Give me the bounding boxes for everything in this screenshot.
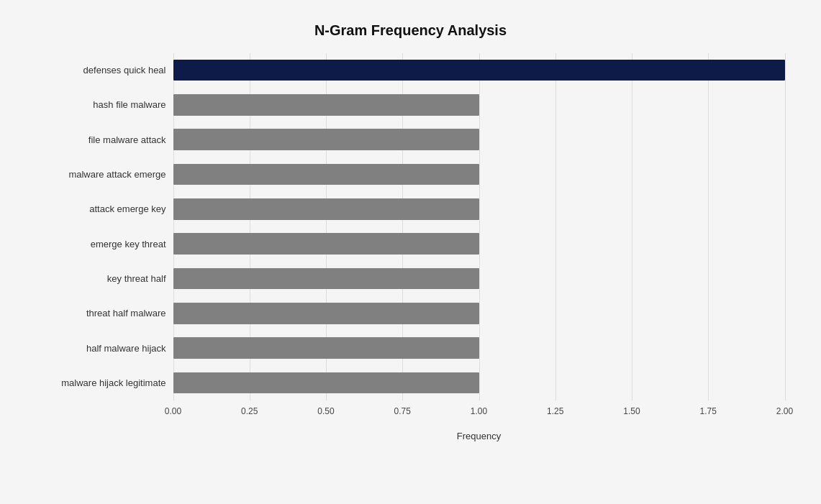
x-tick-label: 1.00 <box>471 406 487 416</box>
y-label: file malware attack <box>37 122 173 157</box>
y-label: malware attack emerge <box>37 157 173 191</box>
y-label: emerge key threat <box>37 226 173 261</box>
bar <box>173 164 479 185</box>
bar <box>173 233 479 255</box>
x-axis-title: Frequency <box>173 431 785 441</box>
bar <box>173 129 479 150</box>
x-tick-label: 0.00 <box>165 406 181 416</box>
y-label: defenses quick heal <box>37 53 173 88</box>
bars-area <box>173 53 785 400</box>
y-label: attack emerge key <box>37 192 173 226</box>
x-tick-label: 1.75 <box>700 406 717 416</box>
grid-line <box>785 53 786 400</box>
x-tick-label: 0.50 <box>317 406 334 416</box>
bar <box>173 337 479 359</box>
chart-title: N-Gram Frequency Analysis <box>37 22 785 39</box>
x-tick-label: 0.25 <box>241 406 258 416</box>
bar-row <box>173 365 785 400</box>
y-label: half malware hijack <box>37 331 173 365</box>
x-axis: 0.000.250.500.751.001.251.501.752.00 <box>37 406 785 428</box>
y-labels: defenses quick healhash file malwarefile… <box>37 53 173 400</box>
bars-wrapper <box>173 53 785 400</box>
bar <box>173 198 479 220</box>
bar-row <box>173 88 785 122</box>
bar <box>173 60 785 81</box>
x-tick-label: 2.00 <box>776 406 793 416</box>
bar <box>173 268 479 290</box>
y-label: malware hijack legitimate <box>37 365 173 400</box>
chart-container: N-Gram Frequency Analysis defenses quick… <box>15 8 807 497</box>
y-label: hash file malware <box>37 88 173 122</box>
bar <box>173 372 479 394</box>
bar <box>173 94 479 116</box>
bar <box>173 303 479 324</box>
bar-row <box>173 53 785 88</box>
grid-and-bars: defenses quick healhash file malwarefile… <box>37 53 785 400</box>
chart-area: defenses quick healhash file malwarefile… <box>37 53 785 441</box>
bar-row <box>173 261 785 295</box>
x-axis-spacer <box>37 406 173 428</box>
bar-row <box>173 226 785 261</box>
x-tick-label: 1.50 <box>623 406 640 416</box>
y-label: key threat half <box>37 261 173 295</box>
bar-row <box>173 157 785 191</box>
x-axis-labels: 0.000.250.500.751.001.251.501.752.00 <box>173 406 785 428</box>
bar-row <box>173 331 785 365</box>
bar-row <box>173 122 785 157</box>
bar-row <box>173 192 785 226</box>
x-axis-spacer-2 <box>37 428 173 441</box>
y-label: threat half malware <box>37 296 173 331</box>
x-tick-label: 1.25 <box>547 406 563 416</box>
x-axis-title-row: Frequency <box>37 428 785 441</box>
bar-row <box>173 296 785 331</box>
x-tick-label: 0.75 <box>394 406 411 416</box>
